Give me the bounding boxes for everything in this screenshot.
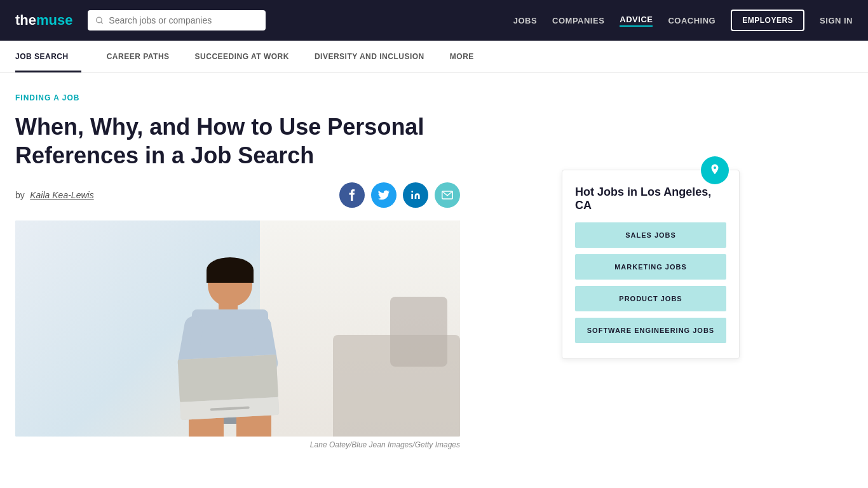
author-link[interactable]: Kaila Kea-Lewis — [30, 190, 93, 200]
social-icons — [339, 182, 460, 208]
svg-line-1 — [101, 22, 102, 23]
article-image-container: Lane Oatey/Blue Jean Images/Getty Images — [15, 220, 460, 449]
article-title: When, Why, and How to Use Personal Refer… — [15, 112, 460, 170]
twitter-share-button[interactable] — [371, 182, 397, 208]
category-label[interactable]: FINDING A JOB — [15, 93, 536, 102]
hot-jobs-card: Hot Jobs in Los Angeles, CA SALES JOBS M… — [562, 170, 740, 359]
nav-link-companies[interactable]: COMPANIES — [552, 16, 604, 25]
sub-nav-item-succeeding[interactable]: SUCCEEDING AT WORK — [182, 41, 302, 72]
hot-jobs-title: Hot Jobs in Los Angeles, CA — [575, 186, 726, 212]
email-share-button[interactable] — [435, 182, 460, 208]
image-caption: Lane Oatey/Blue Jean Images/Getty Images — [15, 440, 460, 449]
sub-nav-item-more[interactable]: MORE — [437, 41, 487, 72]
linkedin-share-button[interactable] — [403, 182, 428, 208]
nav-link-jobs[interactable]: JOBS — [513, 16, 537, 25]
facebook-share-button[interactable] — [339, 182, 365, 208]
signin-link[interactable]: SIGN IN — [820, 16, 853, 25]
sub-nav-item-diversity[interactable]: DIVERSITY AND INCLUSION — [302, 41, 437, 72]
svg-point-2 — [411, 191, 413, 193]
sub-nav-item-career-paths[interactable]: CAREER PATHS — [94, 41, 182, 72]
sub-nav-item-job-search[interactable]: JOB SEARCH — [15, 41, 81, 72]
location-pin-icon — [709, 163, 721, 177]
sidebar: Hot Jobs in Los Angeles, CA SALES JOBS M… — [562, 93, 740, 449]
top-nav: themuse JOBS COMPANIES ADVICE COACHING E… — [0, 0, 868, 41]
main-content: FINDING A JOB When, Why, and How to Use … — [0, 73, 868, 449]
sales-jobs-button[interactable]: SALES JOBS — [575, 222, 726, 248]
location-pin — [701, 156, 729, 184]
logo[interactable]: themuse — [15, 12, 72, 29]
sub-nav: JOB SEARCH CAREER PATHS SUCCEEDING AT WO… — [0, 41, 868, 73]
nav-link-coaching[interactable]: COACHING — [668, 16, 715, 25]
nav-links: JOBS COMPANIES ADVICE COACHING EMPLOYERS… — [513, 10, 853, 31]
software-engineering-jobs-button[interactable]: SOFTWARE ENGINEERING JOBS — [575, 318, 726, 343]
email-icon — [442, 191, 453, 200]
marketing-jobs-button[interactable]: MARKETING JOBS — [575, 254, 726, 280]
employers-button[interactable]: EMPLOYERS — [731, 10, 804, 31]
logo-the: the — [15, 12, 36, 29]
nav-link-advice[interactable]: ADVICE — [620, 15, 653, 27]
article-image — [15, 220, 460, 437]
author-info: by Kaila Kea-Lewis — [15, 189, 94, 201]
author-prefix: by — [15, 190, 25, 200]
article-section: FINDING A JOB When, Why, and How to Use … — [15, 93, 536, 449]
product-jobs-button[interactable]: PRODUCT JOBS — [575, 286, 726, 311]
logo-muse: muse — [36, 12, 72, 29]
hot-jobs-list: SALES JOBS MARKETING JOBS PRODUCT JOBS S… — [575, 222, 726, 343]
facebook-icon — [349, 189, 355, 201]
search-icon — [95, 16, 104, 25]
search-input[interactable] — [109, 15, 258, 25]
linkedin-icon — [410, 190, 421, 200]
search-bar — [88, 10, 266, 30]
twitter-icon — [378, 190, 390, 200]
author-row: by Kaila Kea-Lewis — [15, 182, 460, 208]
